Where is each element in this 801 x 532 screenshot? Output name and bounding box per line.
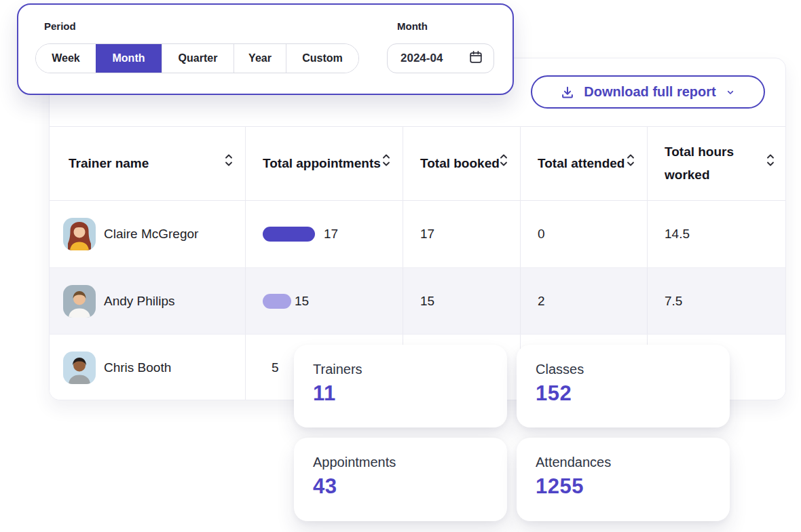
stat-card-classes: Classes 152 [517, 345, 730, 428]
appointments-value: 17 [324, 227, 338, 242]
appointments-bar [263, 294, 291, 309]
period-label: Period [44, 20, 76, 32]
stat-label: Appointments [313, 455, 507, 470]
trainer-name-cell: Claire McGregor [50, 201, 245, 267]
stat-label: Classes [536, 362, 730, 377]
stat-card-appointments: Appointments 43 [294, 438, 507, 521]
sort-icon[interactable] [382, 152, 390, 175]
month-picker-input[interactable]: 2024-04 [387, 43, 494, 73]
column-header-total-appointments[interactable]: Total appointments [245, 127, 403, 200]
column-label: Trainer name [69, 152, 149, 175]
total-booked-cell: 15 [403, 268, 520, 335]
period-option-month[interactable]: Month [96, 44, 162, 73]
stat-card-trainers: Trainers 11 [294, 345, 507, 428]
download-icon [560, 85, 575, 100]
table-row: Claire McGregor 17 17 0 14.5 [50, 201, 785, 268]
stat-value: 152 [536, 381, 730, 406]
column-label: Total booked [420, 152, 500, 175]
period-option-custom[interactable]: Custom [286, 44, 358, 73]
appointments-value: 5 [272, 360, 279, 375]
sort-icon[interactable] [225, 152, 233, 175]
stat-value: 43 [313, 474, 507, 499]
stat-value: 11 [313, 381, 507, 406]
column-header-total-attended[interactable]: Total attended [520, 127, 647, 200]
total-booked-cell: 17 [403, 201, 520, 267]
appointments-value: 15 [295, 294, 309, 309]
trainer-name-cell: Chris Booth [50, 335, 245, 400]
column-label: Total hours worked [665, 140, 766, 187]
calendar-icon[interactable] [468, 50, 483, 67]
sort-icon[interactable] [766, 152, 775, 175]
trainer-name: Andy Philips [104, 294, 175, 309]
total-appointments-cell: 17 [245, 201, 403, 267]
stat-label: Attendances [536, 455, 730, 470]
total-attended-cell: 2 [520, 268, 647, 335]
trainer-name: Claire McGregor [104, 227, 198, 242]
sort-icon[interactable] [627, 152, 635, 175]
month-label: Month [397, 20, 428, 32]
total-hours-worked-cell: 14.5 [647, 201, 786, 267]
column-header-total-booked[interactable]: Total booked [403, 127, 520, 200]
avatar [63, 352, 96, 384]
period-filter-panel: Period Week Month Quarter Year Custom Mo… [17, 3, 514, 95]
table-header-row: Trainer name Total appointments Total bo… [50, 126, 785, 201]
stat-card-attendances: Attendances 1255 [517, 438, 730, 521]
total-appointments-cell: 15 [245, 268, 403, 335]
stat-value: 1255 [536, 474, 730, 499]
avatar [63, 218, 96, 250]
column-header-total-hours-worked[interactable]: Total hours worked [647, 127, 786, 200]
total-attended-cell: 0 [520, 201, 647, 267]
period-option-week[interactable]: Week [36, 44, 96, 73]
table-row: Andy Philips 15 15 2 7.5 [50, 268, 785, 335]
appointments-bar [263, 227, 315, 242]
period-option-quarter[interactable]: Quarter [162, 44, 234, 73]
period-option-year[interactable]: Year [234, 44, 286, 73]
period-segmented-control: Week Month Quarter Year Custom [35, 43, 359, 73]
trainer-name: Chris Booth [104, 360, 171, 375]
column-header-trainer-name[interactable]: Trainer name [50, 127, 245, 200]
download-button-label: Download full report [584, 84, 715, 100]
trainer-name-cell: Andy Philips [50, 268, 245, 335]
avatar [63, 285, 96, 318]
column-label: Total appointments [263, 152, 381, 175]
month-picker-value: 2024-04 [400, 52, 443, 65]
stat-label: Trainers [313, 362, 507, 377]
dashboard-frame: Appointments Download full report T [0, 0, 801, 532]
column-label: Total attended [538, 152, 625, 175]
total-hours-worked-cell: 7.5 [647, 268, 786, 335]
chevron-down-icon [725, 87, 736, 98]
download-full-report-button[interactable]: Download full report [531, 75, 765, 109]
sort-icon[interactable] [500, 152, 508, 175]
